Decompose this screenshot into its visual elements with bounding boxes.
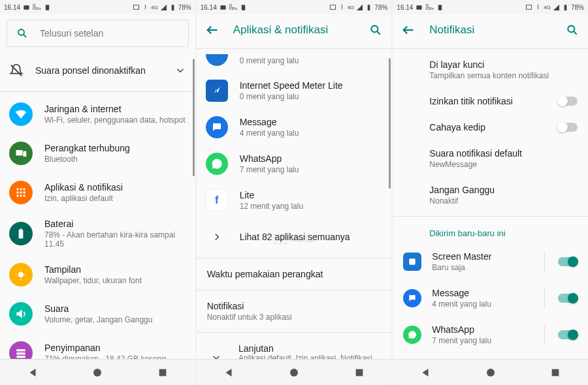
- status-bar: 16.14 0KB/s 4G 78%: [0, 0, 195, 14]
- search-button[interactable]: [564, 22, 580, 38]
- page-title: Aplikasi & notifikasi: [233, 23, 355, 37]
- nav-recent[interactable]: [346, 363, 372, 382]
- app-bar: Aplikasi & notifikasi: [197, 14, 392, 46]
- signal-icon: [160, 4, 167, 11]
- vibrate-icon: [142, 4, 149, 11]
- svg-point-50: [487, 369, 495, 377]
- apps-icon: [14, 186, 27, 199]
- recent-header: Dikirim baru-baru ini: [393, 219, 588, 243]
- scrollbar[interactable]: [193, 59, 195, 176]
- app-row-truncated[interactable]: 0 menit yang lalu: [197, 52, 392, 72]
- volume-icon: [14, 307, 27, 320]
- status-time: 16.14: [4, 4, 20, 11]
- app-row-whatsapp[interactable]: WhatsApp7 menit yang lalu: [197, 146, 392, 182]
- battery-icon: [14, 227, 27, 240]
- recent-message[interactable]: Message4 menit yang lalu: [393, 280, 588, 316]
- svg-rect-35: [368, 4, 370, 5]
- speedmeter-icon: [211, 85, 223, 97]
- row-display[interactable]: TampilanWallpaper, tidur, ukuran font: [0, 255, 195, 294]
- row-lock-screen[interactable]: Di layar kunci Tampilkan semua konten no…: [393, 52, 588, 88]
- row-blink-light[interactable]: Cahaya kedip: [393, 114, 588, 140]
- recent-screen-master[interactable]: Screen MasterBaru saja: [393, 243, 588, 280]
- storage-icon: [14, 346, 27, 359]
- apps-content: 0 menit yang lalu Internet Speed Meter L…: [197, 52, 392, 359]
- search-button[interactable]: [368, 22, 384, 38]
- svg-rect-51: [552, 369, 559, 376]
- chevron-down-icon[interactable]: [174, 65, 186, 76]
- nav-recent[interactable]: [150, 363, 176, 382]
- row-default-sound[interactable]: Suara notifikasi default NewMessage: [393, 140, 588, 177]
- svg-point-17: [20, 194, 22, 196]
- switch-screen-master[interactable]: [558, 257, 578, 266]
- nav-bar: [393, 359, 588, 385]
- chevron-right-icon: [211, 231, 223, 243]
- back-button[interactable]: [400, 22, 416, 38]
- svg-point-29: [93, 369, 101, 377]
- row-storage[interactable]: Penyimpanan71% digunakan - 18,42 GB koso…: [0, 333, 195, 359]
- status-bar: 16.14 0KB/s 4G 78%: [197, 0, 392, 14]
- search-input[interactable]: Telusuri setelan: [7, 20, 189, 47]
- screen-settings-home: 16.14 0KB/s 4G 78% Telusuri setelan Suar…: [0, 0, 195, 385]
- nav-home[interactable]: [478, 363, 504, 382]
- svg-rect-28: [16, 356, 25, 358]
- back-button[interactable]: [204, 22, 220, 38]
- switch-message[interactable]: [558, 294, 578, 303]
- svg-rect-1: [45, 5, 49, 10]
- nav-bar: [0, 359, 195, 385]
- bell-off-icon: [9, 63, 24, 78]
- svg-point-18: [23, 194, 25, 196]
- row-network[interactable]: Jaringan & internetWi-Fi, seluler, pengg…: [0, 95, 195, 134]
- wifi-icon: [14, 108, 27, 121]
- network-label: 4G: [151, 5, 158, 10]
- nav-back[interactable]: [216, 363, 242, 382]
- svg-rect-3: [171, 5, 174, 10]
- row-sound[interactable]: SuaraVolume, getar, Jangan Ganggu: [0, 294, 195, 333]
- app-row-lite[interactable]: f Lite12 menit yang lalu: [197, 182, 392, 219]
- message-icon: [23, 4, 30, 11]
- svg-rect-30: [159, 369, 167, 376]
- row-connected-devices[interactable]: Perangkat terhubungBluetooth: [0, 134, 195, 173]
- whatsapp-icon: [408, 330, 417, 339]
- row-battery[interactable]: Baterai78% - Akan bertahan kira-kira sam…: [0, 212, 195, 255]
- chevron-down-icon: [210, 352, 222, 359]
- row-allow-dots[interactable]: Izinkan titik notifikasi: [393, 88, 588, 114]
- nav-home[interactable]: [281, 363, 307, 382]
- row-see-all-apps[interactable]: Lihat 82 aplikasi semuanya: [197, 219, 392, 255]
- switch-blink[interactable]: [558, 123, 578, 132]
- screen-icon: [407, 256, 417, 267]
- row-advanced[interactable]: LanjutanAplikasi default, Izin aplikasi,…: [197, 335, 392, 359]
- row-phone-muted[interactable]: Suara ponsel dinonaktifkan: [0, 52, 195, 89]
- nav-back[interactable]: [412, 363, 438, 382]
- svg-rect-40: [355, 369, 363, 376]
- scrollbar[interactable]: [389, 58, 391, 189]
- svg-rect-26: [16, 349, 25, 351]
- app-row-speedmeter[interactable]: Internet Speed Meter Lite0 menit yang la…: [197, 72, 392, 109]
- settings-list: Suara ponsel dinonaktifkan Jaringan & in…: [0, 52, 195, 359]
- nav-back[interactable]: [20, 363, 46, 382]
- svg-rect-9: [23, 151, 26, 157]
- svg-point-15: [23, 191, 25, 193]
- switch-dots[interactable]: [558, 97, 578, 106]
- switch-whatsapp[interactable]: [558, 330, 578, 339]
- svg-rect-34: [368, 5, 370, 10]
- app-row-message[interactable]: Message4 menit yang lalu: [197, 109, 392, 146]
- svg-rect-27: [16, 352, 25, 354]
- svg-point-10: [16, 188, 18, 190]
- whatsapp-icon: [211, 158, 223, 170]
- page-title: Notifikasi: [429, 23, 551, 37]
- nav-home[interactable]: [84, 363, 110, 382]
- message-icon: [408, 294, 417, 303]
- svg-point-12: [23, 188, 25, 190]
- svg-rect-0: [24, 5, 29, 9]
- svg-point-16: [16, 194, 18, 196]
- row-notifications[interactable]: Notifikasi Nonaktif untuk 3 aplikasi: [197, 293, 392, 330]
- svg-rect-19: [19, 230, 24, 238]
- row-dnd[interactable]: Jangan Ganggu Nonaktif: [393, 177, 588, 213]
- nav-recent[interactable]: [542, 363, 568, 382]
- recent-whatsapp[interactable]: WhatsApp7 menit yang lalu: [393, 316, 588, 353]
- svg-rect-31: [220, 5, 225, 9]
- row-apps-notifications[interactable]: Aplikasi & notifikasiIzin, aplikasi defa…: [0, 173, 195, 212]
- status-bar: 16.14 9KB/s 4G 78%: [393, 0, 588, 14]
- battery-icon: [169, 4, 176, 11]
- row-screen-time[interactable]: Waktu pemakaian perangkat: [197, 261, 392, 287]
